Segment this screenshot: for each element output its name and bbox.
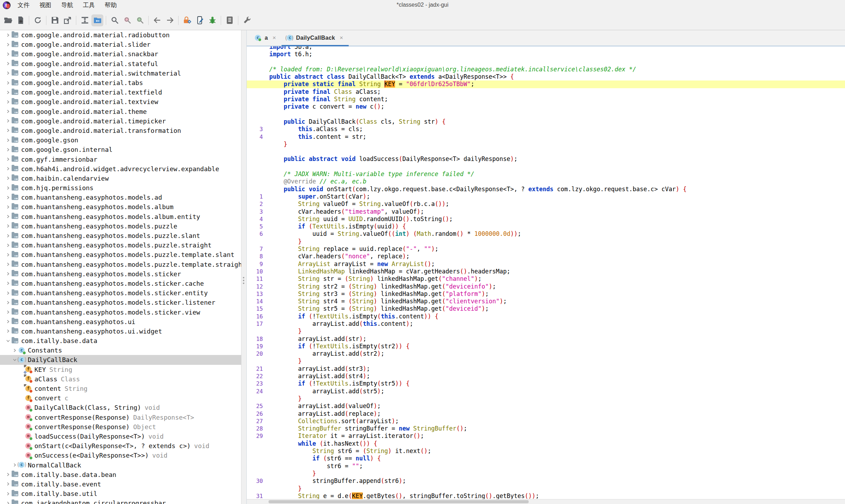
chevron-right-icon[interactable] — [5, 185, 11, 191]
tree-item-com-google-android-material-slider[interactable]: com.google.android.material.slider — [0, 40, 241, 49]
tree-item-com-huantansheng-easyphotos-models-stick[interactable]: com.huantansheng.easyphotos.models.stick… — [0, 269, 241, 279]
tree-item-com-gyf-immersionbar[interactable]: com.gyf.immersionbar — [0, 154, 241, 164]
tree-item-dailycallback-class-string-[interactable]: mDailyCallBack(Class, String)void — [0, 403, 241, 412]
text-search-icon[interactable] — [109, 14, 121, 26]
tree-item-com-huantansheng-easyphotos-models-ad[interactable]: com.huantansheng.easyphotos.models.ad — [0, 193, 241, 202]
tree-item-convert[interactable]: fconvertc — [0, 393, 241, 403]
panel-splitter[interactable] — [241, 30, 247, 504]
chevron-right-icon[interactable] — [5, 70, 11, 76]
tree-item-com-google-android-material-stateful[interactable]: com.google.android.material.stateful — [0, 59, 241, 69]
tree-item-com-google-android-material-switchmateri[interactable]: com.google.android.material.switchmateri… — [0, 69, 241, 78]
tree-item-com-google-android-material-transformati[interactable]: com.google.android.material.transformati… — [0, 126, 241, 135]
tree-item-convertresponse-response-[interactable]: mconvertResponse(Response)DailyResponse<… — [0, 413, 241, 422]
nav-back-icon[interactable] — [151, 14, 163, 26]
tree-item-com-google-android-material-timepicker[interactable]: com.google.android.material.timepicker — [0, 116, 241, 126]
sync-with-editor-icon[interactable] — [91, 14, 103, 26]
tree-item-com-google-android-material-textview[interactable]: com.google.android.material.textview — [0, 97, 241, 106]
tree-item-com-huantansheng-easyphotos-models-puzzl[interactable]: com.huantansheng.easyphotos.models.puzzl… — [0, 240, 241, 250]
chevron-right-icon[interactable] — [5, 137, 11, 143]
menu-item-1[interactable]: 视图 — [34, 0, 56, 11]
chevron-right-icon[interactable] — [5, 41, 11, 48]
chevron-right-icon[interactable] — [5, 261, 11, 267]
code-area[interactable]: import 5b.a;import t6.h;/* loaded from: … — [247, 46, 845, 504]
menu-item-3[interactable]: 工具 — [78, 0, 100, 11]
tree-item-com-google-android-material-tabs[interactable]: com.google.android.material.tabs — [0, 78, 241, 88]
editor-tab-a[interactable]: ca× — [250, 30, 282, 46]
chevron-right-icon[interactable] — [5, 481, 11, 487]
editor-tab-dailycallback[interactable]: (c)DailyCallBack× — [282, 30, 349, 46]
tree-item-com-huantansheng-easyphotos-models-stick[interactable]: com.huantansheng.easyphotos.models.stick… — [0, 288, 241, 298]
menu-item-4[interactable]: 帮助 — [100, 0, 122, 11]
chevron-right-icon[interactable] — [5, 118, 11, 124]
add-files-icon[interactable] — [14, 14, 26, 26]
tree-item-constants[interactable]: cConstants — [0, 345, 241, 355]
chevron-right-icon[interactable] — [5, 233, 11, 239]
chevron-right-icon[interactable] — [5, 204, 11, 210]
tree-item-loadsuccess-dailyresponse-t-[interactable]: mloadSuccess(DailyResponse<T>)void — [0, 432, 241, 441]
nav-forward-icon[interactable] — [164, 14, 176, 26]
chevron-right-icon[interactable] — [5, 194, 11, 201]
chevron-right-icon[interactable] — [5, 290, 11, 296]
deobfuscation-icon[interactable] — [181, 14, 193, 26]
tree-item-com-huantansheng-easyphotos-models-stick[interactable]: com.huantansheng.easyphotos.models.stick… — [0, 298, 241, 307]
chevron-right-icon[interactable] — [5, 299, 11, 306]
tree-item-com-google-gson[interactable]: com.google.gson — [0, 135, 241, 145]
tree-item-com-itally-base-util[interactable]: com.itally.base.util — [0, 489, 241, 498]
tree-item-com-itally-base-data-bean[interactable]: com.itally.base.data.bean — [0, 470, 241, 479]
chevron-right-icon[interactable] — [5, 309, 11, 315]
tree-item-com-huantansheng-easyphotos-models-puzzl[interactable]: com.huantansheng.easyphotos.models.puzzl… — [0, 260, 241, 269]
tab-close-icon[interactable]: × — [340, 34, 343, 41]
save-all-icon[interactable] — [49, 14, 61, 26]
tree-item-normalcallback[interactable]: (c)NormalCallBack — [0, 460, 241, 470]
chevron-right-icon[interactable] — [5, 51, 11, 57]
chevron-right-icon[interactable] — [5, 242, 11, 248]
tree-item-content[interactable]: fcontentString — [0, 384, 241, 393]
tree-item-com-huantansheng-easyphotos-models-album[interactable]: com.huantansheng.easyphotos.models.album… — [0, 212, 241, 221]
chevron-right-icon[interactable] — [5, 175, 11, 181]
debugger-icon[interactable] — [206, 14, 218, 26]
tree-item-com-hjq-permissions[interactable]: com.hjq.permissions — [0, 183, 241, 193]
tree-item-com-google-android-material-theme[interactable]: com.google.android.material.theme — [0, 107, 241, 116]
chevron-right-icon[interactable] — [5, 223, 11, 229]
chevron-right-icon[interactable] — [5, 252, 11, 258]
chevron-right-icon[interactable] — [5, 80, 11, 86]
tree-item-com-itally-base-event[interactable]: com.itally.base.event — [0, 479, 241, 489]
tree-item-onsuccess-e-dailyresponse-t-[interactable]: monSuccess(e<DailyResponse<T>>)void — [0, 451, 241, 460]
tree-item-com-huantansheng-easyphotos-models-puzzl[interactable]: com.huantansheng.easyphotos.models.puzzl… — [0, 250, 241, 259]
chevron-right-icon[interactable] — [5, 318, 11, 325]
chevron-down-icon[interactable] — [5, 338, 11, 344]
tree-item-convertresponse-response-[interactable]: mconvertResponse(Response)Object — [0, 422, 241, 432]
chevron-right-icon[interactable] — [5, 328, 11, 334]
tree-item-com-google-android-material-textfield[interactable]: com.google.android.material.textfield — [0, 88, 241, 97]
tree-item-com-google-android-material-snackbar[interactable]: com.google.android.material.snackbar — [0, 49, 241, 59]
tree-item-com-huantansheng-easyphotos-models-stick[interactable]: com.huantansheng.easyphotos.models.stick… — [0, 307, 241, 317]
chevron-right-icon[interactable] — [5, 280, 11, 286]
tree-item-com-google-android-material-radiobutton[interactable]: com.google.android.material.radiobutton — [0, 30, 241, 40]
horizontal-scrollbar-thumb[interactable] — [269, 500, 529, 503]
quark-script-icon[interactable] — [194, 14, 206, 26]
menu-item-2[interactable]: 导航 — [56, 0, 78, 11]
reload-icon[interactable] — [32, 14, 44, 26]
tree-item-com-huantansheng-easyphotos-ui-widget[interactable]: com.huantansheng.easyphotos.ui.widget — [0, 327, 241, 336]
global-text-search-icon[interactable] — [121, 14, 133, 26]
chevron-right-icon[interactable] — [5, 32, 11, 38]
tree-item-com-h6ah4i-android-widget-advrecyclervie[interactable]: com.h6ah4i.android.widget.advrecyclervie… — [0, 164, 241, 174]
open-file-icon[interactable] — [2, 14, 14, 26]
chevron-right-icon[interactable] — [5, 166, 11, 172]
horizontal-scrollbar[interactable] — [247, 499, 845, 504]
tab-close-icon[interactable]: × — [272, 34, 276, 41]
chevron-right-icon[interactable] — [5, 471, 11, 478]
chevron-right-icon[interactable] — [5, 271, 11, 277]
chevron-right-icon[interactable] — [5, 156, 11, 162]
export-icon[interactable] — [62, 14, 73, 26]
chevron-right-icon[interactable] — [5, 147, 11, 153]
tree-item-com-huantansheng-easyphotos-models-stick[interactable]: com.huantansheng.easyphotos.models.stick… — [0, 279, 241, 288]
tree-item-com-huantansheng-easyphotos-ui[interactable]: com.huantansheng.easyphotos.ui — [0, 317, 241, 327]
tree-item-key[interactable]: fKEYString — [0, 365, 241, 374]
tree-item-onstart-c-dailyresponse-t-extends-c-[interactable]: monStart(c<DailyResponse<T>, ? extends c… — [0, 441, 241, 451]
tree-item-aclass[interactable]: faClassClass — [0, 374, 241, 384]
package-tree-panel[interactable]: com.google.android.material.radiobuttonc… — [0, 30, 241, 504]
chevron-right-icon[interactable] — [5, 213, 11, 220]
tree-item-dailycallback[interactable]: (c)DailyCallBack — [0, 355, 241, 364]
tree-item-com-itally-base-data[interactable]: com.itally.base.data — [0, 336, 241, 345]
